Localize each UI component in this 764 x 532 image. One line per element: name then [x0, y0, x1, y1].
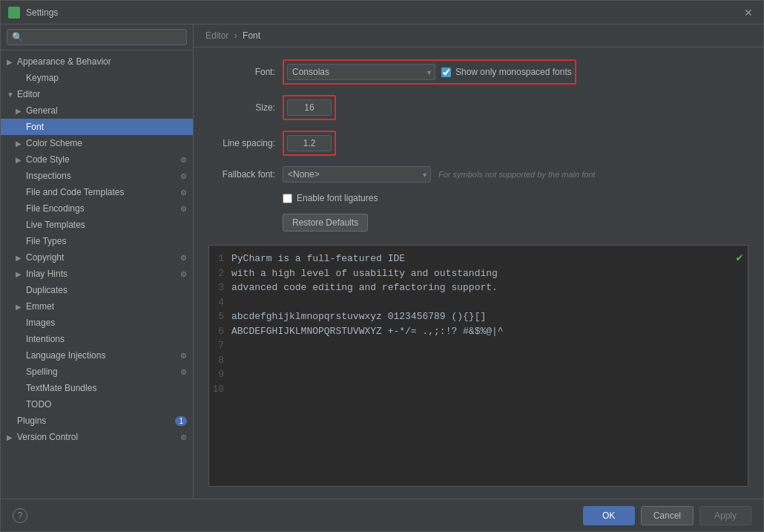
sidebar-label: Copyright [26, 252, 64, 263]
fallback-font-label: Fallback font: [208, 169, 275, 180]
sidebar-label: Color Scheme [26, 138, 82, 148]
sidebar: ▶Appearance & BehaviorKeymap▼Editor▶Gene… [1, 24, 194, 499]
ok-button[interactable]: OK [583, 506, 635, 525]
line-number: 1 [209, 252, 231, 266]
preview-line: 7 [209, 338, 742, 353]
title-bar: Settings ✕ [1, 1, 763, 24]
sidebar-item-version-control[interactable]: ▶Version Control⚙ [1, 429, 193, 445]
content-area: Editor › Font Font: Consolas Courier New… [194, 24, 763, 499]
sidebar-item-inspections[interactable]: Inspections⚙ [1, 168, 193, 184]
app-icon [8, 7, 20, 19]
sidebar-item-duplicates[interactable]: Duplicates [1, 282, 193, 298]
settings-badge-icon: ⚙ [180, 172, 187, 180]
restore-defaults-button[interactable]: Restore Defaults [283, 214, 368, 231]
bottom-bar: ? OK Cancel Apply [1, 499, 763, 531]
fallback-select-wrapper: <None> Courier New Arial [283, 166, 431, 183]
sidebar-label: Emmet [26, 301, 54, 312]
sidebar-label: Keymap [26, 73, 59, 83]
sidebar-item-inlay-hints[interactable]: ▶Inlay Hints⚙ [1, 266, 193, 282]
fallback-hint: For symbols not supported by the main fo… [438, 170, 596, 179]
font-select[interactable]: Consolas Courier New DejaVu Sans Mono Mo… [287, 64, 435, 80]
line-spacing-row: Line spacing: [208, 131, 748, 156]
fallback-font-select[interactable]: <None> Courier New Arial [283, 166, 431, 183]
sidebar-item-live-templates[interactable]: Live Templates [1, 217, 193, 233]
sidebar-label: Plugins [17, 416, 46, 426]
sidebar-item-file-code-templates[interactable]: File and Code Templates⚙ [1, 184, 193, 200]
sidebar-label: Font [26, 122, 44, 132]
font-row: Font: Consolas Courier New DejaVu Sans M… [208, 59, 748, 85]
close-button[interactable]: ✕ [741, 5, 756, 20]
sidebar-item-color-scheme[interactable]: ▶Color Scheme [1, 135, 193, 151]
line-content: abcdefghijklmnopqrstuvwxyz 0123456789 ()… [231, 309, 486, 324]
arrow-icon: ▶ [16, 107, 24, 115]
line-content: advanced code editing and refactoring su… [231, 280, 498, 295]
dialog-title: Settings [26, 7, 741, 18]
ligatures-row: Enable font ligatures [283, 193, 748, 203]
settings-badge-icon: ⚙ [180, 156, 187, 164]
line-number: 4 [209, 295, 231, 310]
sidebar-item-copyright[interactable]: ▶Copyright⚙ [1, 249, 193, 266]
arrow-icon: ▶ [16, 254, 24, 262]
preview-line: 1PyCharm is a full-featured IDE [209, 252, 742, 266]
sidebar-item-language-injections[interactable]: Language Injections⚙ [1, 347, 193, 364]
sidebar-label: Editor [17, 89, 40, 99]
cancel-button[interactable]: Cancel [641, 506, 694, 525]
sidebar-item-appearance[interactable]: ▶Appearance & Behavior [1, 53, 193, 70]
ligatures-checkbox[interactable] [283, 194, 292, 203]
arrow-icon: ▶ [7, 58, 16, 66]
settings-panel: Font: Consolas Courier New DejaVu Sans M… [194, 47, 763, 499]
sidebar-item-spelling[interactable]: Spelling⚙ [1, 364, 193, 380]
sidebar-item-file-encodings[interactable]: File Encodings⚙ [1, 200, 193, 217]
sidebar-item-general[interactable]: ▶General [1, 102, 193, 119]
sidebar-item-emmet[interactable]: ▶Emmet [1, 298, 193, 315]
monospaced-checkbox-group: Show only monospaced fonts [441, 67, 572, 77]
line-spacing-group [283, 131, 336, 156]
sidebar-list: ▶Appearance & BehaviorKeymap▼Editor▶Gene… [1, 50, 193, 499]
sidebar-item-keymap[interactable]: Keymap [1, 70, 193, 86]
settings-badge-icon: ⚙ [180, 205, 187, 213]
sidebar-label: TextMate Bundles [26, 383, 96, 393]
restore-row: Restore Defaults [208, 214, 748, 231]
line-spacing-label: Line spacing: [208, 138, 275, 148]
font-label: Font: [208, 67, 275, 77]
line-spacing-input[interactable] [287, 135, 332, 151]
settings-badge-icon: ⚙ [180, 188, 187, 197]
sidebar-item-textmate-bundles[interactable]: TextMate Bundles [1, 380, 193, 396]
line-number: 9 [209, 367, 231, 382]
preview-line: 3advanced code editing and refactoring s… [209, 280, 742, 295]
arrow-icon: ▶ [16, 303, 24, 311]
sidebar-label: Duplicates [26, 285, 67, 295]
sidebar-item-file-types[interactable]: File Types [1, 233, 193, 249]
line-number: 8 [209, 353, 231, 368]
settings-dialog: Settings ✕ ▶Appearance & BehaviorKeymap▼… [0, 0, 764, 532]
sidebar-label: Inlay Hints [26, 269, 67, 279]
sidebar-label: Inspections [26, 171, 71, 181]
sidebar-item-intentions[interactable]: Intentions [1, 331, 193, 347]
search-input[interactable] [7, 29, 187, 45]
preview-check-icon: ✔ [736, 250, 743, 265]
size-input[interactable] [287, 99, 332, 116]
line-number: 7 [209, 338, 231, 353]
sidebar-item-code-style[interactable]: ▶Code Style⚙ [1, 151, 193, 168]
plugins-badge: 1 [175, 416, 187, 426]
settings-badge-icon: ⚙ [180, 352, 187, 360]
preview-line: 5abcdefghijklmnopqrstuvwxyz 0123456789 (… [209, 309, 742, 324]
font-selector-group: Consolas Courier New DejaVu Sans Mono Mo… [283, 59, 576, 85]
breadcrumb-sep: › [234, 30, 237, 41]
sidebar-item-plugins[interactable]: Plugins1 [1, 413, 193, 429]
apply-button[interactable]: Apply [699, 506, 751, 525]
preview-line: 8 [209, 353, 742, 368]
preview-area: 1PyCharm is a full-featured IDE2with a h… [208, 245, 748, 487]
sidebar-item-editor[interactable]: ▼Editor [1, 86, 193, 102]
sidebar-item-images[interactable]: Images [1, 315, 193, 331]
preview-line: 2with a high level of usability and outs… [209, 266, 742, 281]
line-number: 6 [209, 324, 231, 339]
preview-line: 10 [209, 382, 742, 397]
line-number: 10 [209, 382, 231, 397]
monospaced-checkbox[interactable] [441, 68, 451, 77]
sidebar-item-todo[interactable]: TODO [1, 396, 193, 413]
sidebar-item-font[interactable]: Font [1, 119, 193, 135]
help-button[interactable]: ? [13, 508, 27, 523]
arrow-icon: ▼ [7, 91, 16, 99]
fallback-font-row: Fallback font: <None> Courier New Arial … [208, 166, 748, 183]
